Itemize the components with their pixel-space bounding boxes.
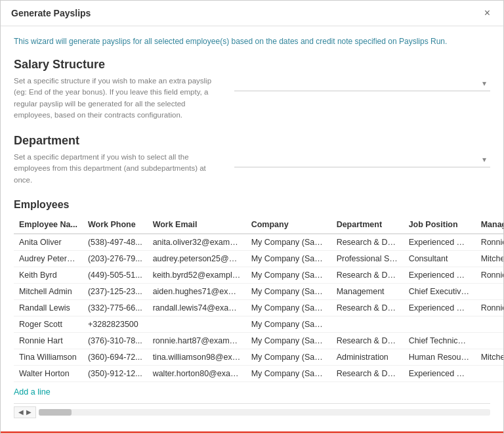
- scroll-right-icon[interactable]: ▶: [26, 408, 32, 416]
- table-cell: Consultant: [404, 250, 476, 267]
- table-cell: Research & Development: [331, 332, 404, 349]
- table-cell: [148, 316, 246, 332]
- table-cell: Ronnie H...: [476, 299, 503, 316]
- table-cell: Professional Services: [331, 250, 404, 267]
- department-dropdown-wrapper: [234, 152, 490, 167]
- col-header-name: Employee Na...: [14, 216, 83, 234]
- table-cell: Research & Development: [331, 234, 404, 251]
- table-cell: My Company (San Francisco): [246, 299, 331, 316]
- salary-structure-title: Salary Structure: [14, 58, 490, 72]
- table-cell: audrey.peterson25@example.com: [148, 250, 246, 267]
- table-cell: Walter Horton: [14, 365, 83, 381]
- table-cell: My Company (San Francisco): [246, 250, 331, 267]
- table-row[interactable]: Anita Oliver(538)-497-48...anita.oliver3…: [14, 234, 503, 251]
- table-cell: My Company (San Francisco): [246, 316, 331, 332]
- scroll-left-icon[interactable]: ◀: [18, 408, 24, 416]
- table-cell: Anita Oliver: [14, 234, 83, 251]
- col-header-company: Company: [246, 216, 331, 234]
- add-line-button[interactable]: Add a line: [14, 387, 51, 397]
- salary-structure-input-wrap: [234, 76, 490, 91]
- table-cell: Mitchell...: [476, 349, 503, 365]
- modal-body: This wizard will generate payslips for a…: [1, 26, 503, 431]
- table-row[interactable]: Tina Williamson(360)-694-72...tina.willi…: [14, 349, 503, 365]
- table-cell: aiden.hughes71@example.com: [148, 283, 246, 299]
- table-cell: Chief Executive Officer: [404, 283, 476, 299]
- table-body: Anita Oliver(538)-497-48...anita.oliver3…: [14, 234, 503, 382]
- table-cell: Keith Byrd: [14, 267, 83, 283]
- info-banner: This wizard will generate payslips for a…: [14, 37, 490, 46]
- table-cell: [476, 316, 503, 332]
- table-header: Employee Na... Work Phone Work Email Com…: [14, 216, 503, 234]
- salary-structure-dropdown-wrapper: [234, 76, 490, 91]
- col-header-phone: Work Phone: [83, 216, 148, 234]
- table-cell: Ronnie H...: [476, 267, 503, 283]
- table-cell: Experienced Developer: [404, 234, 476, 251]
- salary-structure-row: Set a specific structure if you wish to …: [14, 76, 490, 121]
- department-dropdown[interactable]: [234, 152, 490, 167]
- table-row[interactable]: Roger Scott+3282823500My Company (San Fr…: [14, 316, 503, 332]
- department-row: Set a specific department if you wish to…: [14, 152, 490, 186]
- table-cell: (360)-694-72...: [83, 349, 148, 365]
- table-cell: anita.oliver32@example.com: [148, 234, 246, 251]
- table-cell: My Company (San Francisco): [246, 365, 331, 381]
- table-cell: +3282823500: [83, 316, 148, 332]
- col-header-manager: Manage: [476, 216, 503, 234]
- table-row[interactable]: Mitchell Admin(237)-125-23...aiden.hughe…: [14, 283, 503, 299]
- table-cell: Mitchell...: [476, 250, 503, 267]
- table-cell: (332)-775-66...: [83, 299, 148, 316]
- table-cell: [331, 316, 404, 332]
- table-cell: (203)-276-79...: [83, 250, 148, 267]
- table-cell: walter.horton80@example.com: [148, 365, 246, 381]
- table-cell: My Company (San Francisco): [246, 234, 331, 251]
- employees-section: Employees Employee Na... Work Phone Work…: [14, 199, 490, 397]
- table-cell: Administration: [331, 349, 404, 365]
- table-cell: Randall Lewis: [14, 299, 83, 316]
- modal-title: Generate Payslips: [11, 8, 91, 18]
- department-input-wrap: [234, 152, 490, 167]
- table-cell: randall.lewis74@example.com: [148, 299, 246, 316]
- table-cell: Experienced Developer: [404, 365, 476, 381]
- table-row[interactable]: Audrey Peterson(203)-276-79...audrey.pet…: [14, 250, 503, 267]
- modal-header: Generate Payslips ×: [1, 1, 503, 26]
- salary-structure-dropdown[interactable]: [234, 76, 490, 91]
- table-cell: Research & Development: [331, 267, 404, 283]
- table-cell: Experienced Developer: [404, 267, 476, 283]
- modal-footer: ⚙ GENERATE CANCEL: [1, 431, 503, 434]
- col-header-job: Job Position: [404, 216, 476, 234]
- table-cell: Chief Technical Officer: [404, 332, 476, 349]
- table-cell: (449)-505-51...: [83, 267, 148, 283]
- table-cell: tina.williamson98@example.com: [148, 349, 246, 365]
- table-cell: Management: [331, 283, 404, 299]
- table-cell: [476, 283, 503, 299]
- table-cell: [476, 332, 503, 349]
- table-cell: Human Resources Manager: [404, 349, 476, 365]
- col-header-email: Work Email: [148, 216, 246, 234]
- employees-title: Employees: [14, 199, 490, 211]
- table-row[interactable]: Ronnie Hart(376)-310-78...ronnie.hart87@…: [14, 332, 503, 349]
- table-row[interactable]: Randall Lewis(332)-775-66...randall.lewi…: [14, 299, 503, 316]
- table-cell: [476, 365, 503, 381]
- table-cell: (350)-912-12...: [83, 365, 148, 381]
- table-cell: Research & Development: [331, 365, 404, 381]
- table-cell: keith.byrd52@example.com: [148, 267, 246, 283]
- table-cell: Audrey Peterson: [14, 250, 83, 267]
- table-cell: Experienced Developer: [404, 299, 476, 316]
- department-desc: Set a specific department if you wish to…: [14, 152, 224, 186]
- table-cell: Ronnie Hart: [14, 332, 83, 349]
- table-cell: ronnie.hart87@example.com: [148, 332, 246, 349]
- department-section: Department Set a specific department if …: [14, 134, 490, 186]
- table-cell: Research & Development: [331, 299, 404, 316]
- employees-table: Employee Na... Work Phone Work Email Com…: [14, 216, 503, 382]
- department-title: Department: [14, 134, 490, 148]
- table-row[interactable]: Keith Byrd(449)-505-51...keith.byrd52@ex…: [14, 267, 503, 283]
- col-header-department: Department: [331, 216, 404, 234]
- table-row[interactable]: Walter Horton(350)-912-12...walter.horto…: [14, 365, 503, 381]
- table-cell: My Company (San Francisco): [246, 349, 331, 365]
- table-cell: Ronnie H...: [476, 234, 503, 251]
- table-cell: (538)-497-48...: [83, 234, 148, 251]
- salary-structure-desc: Set a specific structure if you wish to …: [14, 76, 224, 121]
- table-cell: My Company (San Francisco): [246, 267, 331, 283]
- salary-structure-section: Salary Structure Set a specific structur…: [14, 58, 490, 121]
- table-cell: (237)-125-23...: [83, 283, 148, 299]
- close-button[interactable]: ×: [482, 7, 493, 19]
